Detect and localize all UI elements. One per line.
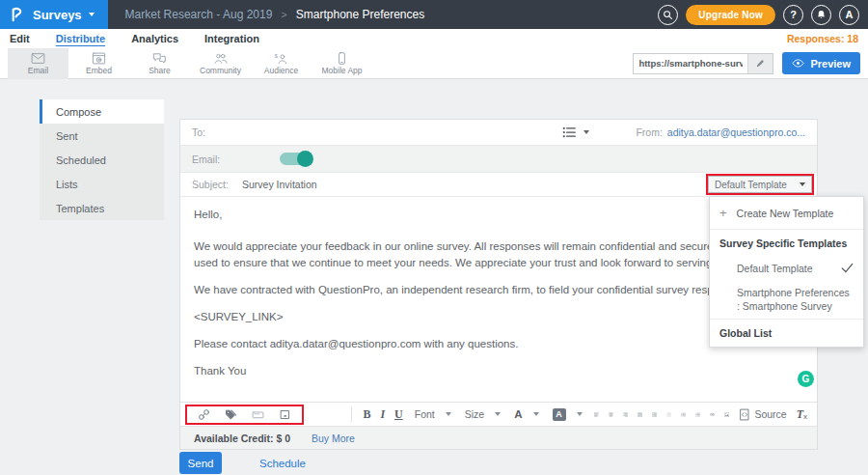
from-address[interactable]: aditya.datar@questionpro.co...: [667, 126, 805, 138]
bold-button[interactable]: B: [363, 407, 370, 422]
email-sidebar: Compose Sent Scheduled Lists Templates: [40, 99, 164, 220]
contact-list-icon[interactable]: [562, 126, 577, 138]
bg-color-glyph: A: [553, 408, 566, 421]
sidebar-item-scheduled[interactable]: Scheduled: [40, 148, 164, 172]
menu-option-smartphone-preferences[interactable]: Smartphone Preferences : Smartphone Surv…: [710, 280, 863, 319]
from-label: From:: [636, 126, 662, 138]
community-people-icon: [213, 52, 228, 65]
italic-button[interactable]: I: [380, 407, 385, 422]
send-button[interactable]: Send: [179, 452, 222, 474]
remove-format-x: x: [803, 412, 807, 421]
numbered-list-icon[interactable]: 123: [695, 408, 700, 421]
search-button[interactable]: [658, 5, 678, 25]
remove-format-button[interactable]: T x: [797, 407, 807, 422]
channel-tab-label: Email: [28, 66, 48, 75]
email-toggle-label: Email:: [192, 154, 220, 165]
font-size-dropdown[interactable]: Size: [465, 408, 501, 420]
source-document-icon: [739, 408, 750, 421]
sidebar-item-templates[interactable]: Templates: [40, 196, 164, 220]
channel-tab-mobile-app[interactable]: Mobile App: [312, 48, 372, 79]
survey-url-area: Preview: [633, 52, 860, 74]
toggle-knob: [297, 151, 313, 167]
channel-tab-label: Share: [149, 66, 171, 75]
channel-tab-community[interactable]: Community: [190, 48, 251, 79]
align-right-icon[interactable]: [623, 408, 628, 421]
sidebar-item-sent[interactable]: Sent: [40, 124, 164, 148]
create-new-template-label: Create New Template: [737, 208, 834, 219]
email-toggle-row: Email:: [180, 146, 817, 173]
menu-section-survey-specific: Survey Specific Templates: [710, 230, 863, 257]
to-field-row[interactable]: To: From: aditya.datar@questionpro.co...: [180, 120, 817, 146]
align-center-icon[interactable]: [609, 408, 613, 421]
upgrade-now-button[interactable]: Upgrade Now: [686, 5, 775, 25]
template-select[interactable]: Default Template: [708, 176, 812, 193]
responses-count[interactable]: Responses: 18: [787, 33, 858, 44]
embed-window-icon: [92, 52, 106, 65]
distribution-channel-bar: Email Embed Share Community $: [0, 48, 868, 79]
underline-button[interactable]: U: [394, 407, 403, 422]
align-justify-icon[interactable]: [637, 408, 642, 421]
template-dropdown-menu: + Create New Template Survey Specific Te…: [709, 196, 864, 348]
text-color-button[interactable]: A: [514, 408, 538, 420]
hyperlink-icon[interactable]: [710, 408, 715, 421]
subject-input-value[interactable]: Survey Invitation: [242, 179, 317, 190]
body-line: Thank You: [194, 363, 817, 379]
notifications-button[interactable]: [811, 5, 831, 25]
insert-image-icon[interactable]: [724, 408, 729, 421]
sidebar-item-lists[interactable]: Lists: [40, 172, 164, 196]
align-left-icon[interactable]: [594, 408, 599, 421]
font-family-dropdown[interactable]: Font: [415, 408, 451, 420]
envelope-icon: [31, 52, 45, 65]
default-template-label: Default Template: [737, 263, 813, 274]
grammarly-letter: G: [802, 374, 810, 384]
option-text: Smartphone Preferences : Smartphone Surv…: [737, 286, 850, 313]
nav-item-edit[interactable]: Edit: [10, 33, 30, 44]
schedule-button[interactable]: Schedule: [259, 458, 306, 469]
menu-option-default-template[interactable]: Default Template: [710, 257, 863, 280]
preview-button[interactable]: Preview: [782, 52, 860, 74]
survey-url-input[interactable]: [634, 58, 747, 69]
source-button[interactable]: Source: [739, 408, 786, 421]
svg-text:3: 3: [695, 414, 696, 416]
plus-icon: +: [719, 206, 727, 220]
insert-email-card-icon[interactable]: [252, 408, 264, 421]
menu-section-global-list[interactable]: Global List: [710, 320, 863, 347]
increase-indent-icon[interactable]: [652, 408, 657, 421]
channel-tab-label: Audience: [264, 66, 298, 75]
email-toggle-switch[interactable]: [280, 153, 312, 165]
insert-tools-annotation-box: [185, 405, 304, 425]
help-button[interactable]: ?: [783, 5, 803, 25]
chevron-down-icon: [446, 412, 451, 416]
decrease-indent-icon[interactable]: [666, 408, 671, 421]
size-dropdown-label: Size: [465, 408, 484, 420]
text-color-glyph: A: [514, 408, 522, 420]
channel-tab-share[interactable]: Share: [129, 48, 190, 79]
survey-url-box: [633, 53, 773, 74]
sidebar-item-compose[interactable]: Compose: [40, 99, 164, 124]
channel-tab-email[interactable]: Email: [8, 48, 68, 79]
insert-embed-icon[interactable]: [279, 408, 291, 421]
nav-item-integration[interactable]: Integration: [204, 33, 259, 44]
bulleted-list-icon[interactable]: [681, 408, 686, 421]
list-chevron-down-icon[interactable]: [583, 130, 589, 134]
channel-tab-embed[interactable]: Embed: [68, 48, 129, 79]
breadcrumb-folder[interactable]: Market Research - Aug 2019: [125, 8, 273, 21]
breadcrumb-survey-name[interactable]: Smartphone Preferences: [296, 8, 424, 21]
insert-tags-icon[interactable]: [225, 408, 237, 421]
template-select-value: Default Template: [715, 180, 787, 190]
channel-tab-audience[interactable]: $ Audience: [251, 48, 312, 79]
insert-link-icon[interactable]: [198, 408, 210, 421]
background-color-button[interactable]: A: [553, 408, 583, 421]
survey-nav: Edit Distribute Analytics Integration Re…: [0, 29, 868, 48]
menu-item-create-new-template[interactable]: + Create New Template: [710, 197, 863, 229]
nav-item-analytics[interactable]: Analytics: [131, 33, 178, 44]
chevron-down-icon: [577, 412, 583, 416]
option-line-2: : Smartphone Survey: [737, 299, 850, 313]
eye-icon: [792, 59, 804, 68]
surveys-product-menu[interactable]: Surveys: [0, 0, 108, 29]
nav-item-distribute[interactable]: Distribute: [56, 33, 105, 44]
grammarly-icon[interactable]: G: [798, 371, 814, 387]
buy-more-link[interactable]: Buy More: [312, 433, 355, 444]
edit-url-button[interactable]: [747, 54, 773, 73]
account-avatar[interactable]: A: [839, 5, 859, 25]
